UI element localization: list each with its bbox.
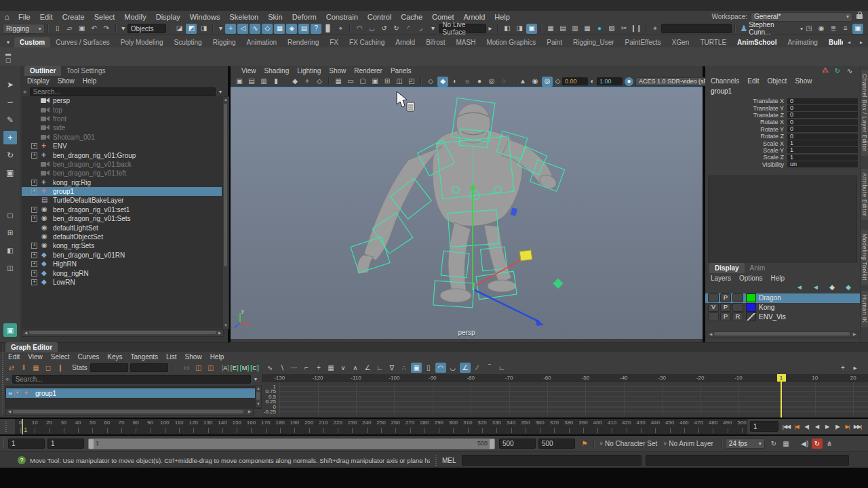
live-surface-field[interactable]: No Live Surface bbox=[439, 24, 486, 33]
open-scene-icon[interactable]: ▱ bbox=[64, 24, 75, 34]
move-nearest-picked-key-icon[interactable]: ⇄ bbox=[6, 363, 17, 373]
outliner-item-ben-dragon-rig-v01-sets[interactable]: +ben_dragon_rig_v01:Sets bbox=[22, 214, 222, 223]
bookmarks-icon[interactable]: ▮ bbox=[271, 77, 281, 87]
move-layer-up-icon[interactable]: ◄ bbox=[794, 283, 805, 293]
safe-title-icon[interactable]: ◰ bbox=[406, 77, 417, 87]
curve-snap-icon[interactable]: ◜ bbox=[403, 24, 414, 34]
filter-icon[interactable]: ⌖ bbox=[23, 88, 27, 96]
channel-value-field[interactable]: 1 bbox=[787, 147, 858, 153]
layer-playback-cell[interactable]: P bbox=[720, 312, 731, 321]
resolution-gate-icon[interactable]: ▢ bbox=[357, 77, 368, 87]
manipulator-axes-icon[interactable]: ⁂ bbox=[820, 66, 831, 76]
command-drag-handle[interactable] bbox=[435, 455, 437, 466]
menu-help[interactable]: Help bbox=[206, 353, 229, 361]
shelf-tab-sculpting[interactable]: Sculpting bbox=[169, 37, 208, 47]
step-forward-key-button[interactable]: ▶| bbox=[842, 421, 852, 432]
menu-keys[interactable]: Keys bbox=[103, 353, 126, 361]
expand-icon[interactable]: + bbox=[31, 252, 37, 258]
graph-playhead-flag[interactable]: 1 bbox=[777, 374, 786, 382]
channel-object-name[interactable]: group1 bbox=[705, 85, 860, 98]
tab-anim-layers[interactable]: Anim bbox=[745, 263, 771, 273]
tab-tool-settings[interactable]: Tool Settings bbox=[61, 66, 111, 76]
animation-end-field[interactable]: 500 bbox=[538, 439, 575, 449]
channel-label[interactable]: Rotate Z bbox=[708, 133, 787, 140]
depth-of-field-icon[interactable]: ◉ bbox=[530, 77, 540, 87]
color-management-icon[interactable]: ● bbox=[625, 77, 633, 86]
outliner-item-kong-rigrn[interactable]: +kong_rigRN bbox=[22, 268, 222, 277]
expand-icon[interactable]: + bbox=[31, 216, 37, 222]
outliner-vscrollbar[interactable]: ▲ ▼ bbox=[222, 96, 229, 329]
outliner-item-side[interactable]: side bbox=[22, 123, 222, 132]
snap-view-plane-icon[interactable]: ▦ bbox=[274, 24, 285, 34]
outliner-item-ben-dragon-rig-v01-back[interactable]: ben_dragon_rig_v01:back bbox=[22, 160, 222, 169]
outliner-item-front[interactable]: front bbox=[22, 115, 222, 123]
selection-mask-menu-icon[interactable]: ▾ bbox=[120, 24, 127, 34]
channel-value-field[interactable]: 0 bbox=[787, 98, 858, 104]
outliner-item-shotcam-001[interactable]: Shotcam_001 bbox=[22, 133, 222, 142]
soft-select-icon[interactable]: ◠ bbox=[354, 24, 365, 34]
expand-icon[interactable]: + bbox=[31, 188, 37, 195]
menu-cache[interactable]: Cache bbox=[396, 13, 427, 21]
range-slider[interactable]: 1 500 bbox=[88, 439, 495, 449]
graph-search-input[interactable]: Search... bbox=[12, 375, 251, 384]
bookmark-m-button[interactable]: M bbox=[240, 365, 250, 371]
range-end-handle[interactable] bbox=[490, 439, 494, 449]
unify-tangent-icon[interactable]: ∟ bbox=[374, 363, 385, 373]
layer-color-swatch[interactable] bbox=[746, 303, 756, 312]
character-set-menu-icon[interactable]: ▿ bbox=[598, 439, 604, 449]
outliner-item-defaultobjectset[interactable]: defaultObjectSet bbox=[22, 232, 222, 241]
bookmark-a-button[interactable]: A bbox=[222, 365, 229, 371]
surface-snap-icon[interactable]: ◞ bbox=[415, 24, 426, 34]
outliner-hscrollbar[interactable]: ◀ ▶ bbox=[22, 329, 224, 337]
layer-mode-cell[interactable]: R bbox=[732, 312, 743, 321]
expand-icon[interactable]: + bbox=[31, 270, 37, 277]
tab-display-layers[interactable]: Display bbox=[709, 263, 745, 273]
graph-search-options-icon[interactable]: ▾ bbox=[252, 374, 260, 384]
field-chart-icon[interactable]: ⊞ bbox=[382, 77, 393, 87]
lock-tangent-weight-icon[interactable]: ∴ bbox=[399, 363, 410, 373]
outliner-item-ben-dragon-rig-v01-left[interactable]: ben_dragon_rig_v01:left bbox=[22, 169, 222, 178]
region-tool-icon[interactable]: ◻ bbox=[43, 363, 54, 373]
menu-panels[interactable]: Panels bbox=[387, 67, 416, 75]
menu-show[interactable]: Show bbox=[791, 77, 816, 85]
outliner-item-group1[interactable]: +group1 bbox=[22, 187, 222, 196]
paint-select-tool-icon[interactable]: ✎ bbox=[3, 113, 17, 127]
attribute-spreadsheet-icon[interactable]: ≣ bbox=[828, 24, 839, 34]
menu-view[interactable]: View bbox=[237, 67, 260, 75]
graph-curve-area[interactable]: -130-120-110-100-90-80-70-60-50-40-30-20… bbox=[262, 374, 868, 418]
go-to-start-button[interactable]: |◀◀ bbox=[781, 421, 791, 432]
right-tab-modeling-toolkit[interactable]: Modeling Toolkit bbox=[861, 230, 868, 285]
buffer-curve-snapshot-icon[interactable]: ▣ bbox=[411, 363, 422, 373]
shelf-tab-turtle[interactable]: TURTLE bbox=[694, 37, 732, 47]
make-live-icon[interactable]: ◈ bbox=[286, 24, 297, 34]
channel-label[interactable]: Visibility bbox=[708, 161, 787, 168]
shelf-editor-icon[interactable]: ▢ bbox=[3, 56, 14, 66]
shelf-tab-motion-graphics[interactable]: Motion Graphics bbox=[481, 37, 541, 47]
shelf-tab-rigging-user[interactable]: Rigging_User bbox=[568, 37, 620, 47]
stats-value-field[interactable] bbox=[130, 363, 168, 372]
center-current-time-icon[interactable]: ◫ bbox=[205, 363, 216, 373]
render-status-field[interactable] bbox=[661, 24, 732, 33]
current-time-indicator[interactable] bbox=[22, 419, 23, 434]
camera-bookmark-icon[interactable]: ▣ bbox=[526, 24, 537, 34]
textured-icon[interactable]: ◐ bbox=[450, 77, 460, 87]
simplify-curve-icon[interactable]: ∨ bbox=[338, 363, 349, 373]
graph-filter-icon[interactable]: ⌖ bbox=[5, 375, 9, 384]
input-operations-icon[interactable]: ▤ bbox=[298, 24, 309, 34]
character-set-dropdown[interactable]: No Character Set bbox=[605, 440, 657, 447]
mel-label[interactable]: MEL bbox=[442, 457, 456, 464]
cut-render-icon[interactable]: ✂ bbox=[618, 24, 629, 34]
range-start-handle[interactable] bbox=[89, 439, 94, 449]
layer-hscrollbar[interactable]: ◀ ▶ bbox=[707, 331, 859, 338]
menu-shading[interactable]: Shading bbox=[260, 67, 294, 75]
workspace-lock-icon[interactable] bbox=[856, 14, 863, 19]
signed-in-user[interactable]: Stephen Cunn...▾ bbox=[749, 21, 803, 36]
channel-value-field[interactable]: 0 bbox=[787, 134, 858, 140]
channel-label[interactable]: Translate X bbox=[708, 98, 787, 104]
expand-icon[interactable]: + bbox=[31, 180, 37, 186]
playback-start-field[interactable]: 1 bbox=[47, 439, 84, 449]
step-back-key-button[interactable]: |◀ bbox=[791, 421, 802, 432]
add-key-icon[interactable]: + bbox=[313, 363, 324, 373]
outliner-item-ben-dragon-rig-v01-group[interactable]: +ben_dragon_rig_v01:Group bbox=[22, 150, 222, 159]
menu-object[interactable]: Object bbox=[764, 77, 791, 85]
